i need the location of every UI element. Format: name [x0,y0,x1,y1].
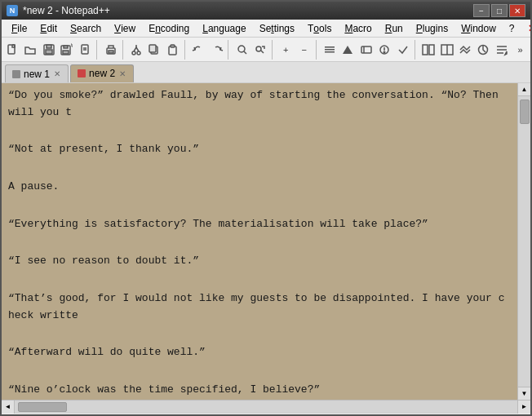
title-controls: − □ ✕ [473,4,525,17]
toolbar-open[interactable] [21,40,38,60]
toolbar-btn-extra9[interactable] [475,40,492,60]
toolbar-cut[interactable] [127,40,144,60]
toolbar-sep-7 [415,40,418,60]
toolbar-close[interactable] [77,40,94,60]
toolbar-btn-extra4[interactable] [376,40,393,60]
svg-rect-18 [171,45,175,47]
menu-help[interactable]: ? [503,20,521,38]
tab-label-new1: new 1 [24,69,50,80]
svg-rect-5 [64,46,68,48]
svg-rect-3 [46,50,52,54]
svg-point-13 [137,51,140,55]
menu-window[interactable]: Window [454,20,503,38]
scrollbar-horizontal[interactable]: ◄ ► [2,400,530,413]
title-text: *new 2 - Notepad++ [23,5,110,16]
svg-point-19 [238,46,245,52]
menu-view[interactable]: View [108,20,142,38]
toolbar-save-all[interactable] [58,40,75,60]
svg-rect-6 [63,51,69,54]
scroll-down-button[interactable]: ▼ [518,387,531,400]
toolbar-save[interactable] [40,40,57,60]
svg-rect-16 [149,45,156,52]
toolbar-undo[interactable] [189,40,206,60]
toolbar-zoom-in[interactable]: + [277,40,295,60]
scroll-right-button[interactable]: ► [517,401,530,414]
scroll-h-track[interactable] [15,401,517,414]
toolbar-btn-extra2[interactable] [339,40,357,60]
svg-rect-23 [325,46,335,48]
scroll-h-thumb[interactable] [18,402,67,412]
title-bar-left: N *new 2 - Notepad++ [7,5,110,16]
toolbar-btn-chevron[interactable]: » [512,40,529,60]
menu-search[interactable]: Search [64,20,108,38]
editor-container: “Do you smoke?” drawled Faull, by way of… [2,83,530,400]
tab-bar: new 1 ✕ new 2 ✕ [2,62,530,83]
menu-plugins[interactable]: Plugins [410,20,454,38]
menu-tools[interactable]: Tools [301,20,338,38]
toolbar-btn-extra8[interactable] [456,40,473,60]
menu-file[interactable]: File [5,20,33,38]
tab-close-new1[interactable]: ✕ [53,69,61,78]
tab-new2[interactable]: new 2 ✕ [70,64,134,82]
toolbar-replace[interactable] [251,40,268,60]
svg-point-21 [256,46,261,51]
toolbar-btn-extra6[interactable] [419,40,437,60]
toolbar-sep-5 [272,40,275,60]
toolbar-sep-1 [96,40,100,60]
scroll-left-button[interactable]: ◄ [2,401,15,414]
toolbar: + − » [2,38,530,62]
svg-point-31 [384,51,386,53]
close-button[interactable]: ✕ [509,4,525,17]
menu-encoding[interactable]: Encoding [142,20,196,38]
status-bar: length : 1,166 lines : 1,166 Ln : 7 Col … [2,413,530,416]
svg-line-22 [261,51,264,53]
svg-rect-2 [47,45,51,48]
menu-language[interactable]: Language [196,20,252,38]
toolbar-sep-4 [228,40,231,60]
toolbar-sep-6 [316,40,319,60]
menu-settings[interactable]: Settings [253,20,301,38]
toolbar-find[interactable] [233,40,250,60]
svg-rect-24 [325,49,335,51]
svg-rect-0 [8,45,15,54]
menu-bar: File Edit Search View Encoding Language … [2,20,530,38]
toolbar-zoom-out[interactable]: − [295,40,313,60]
toolbar-sep-3 [184,40,188,60]
menu-macro[interactable]: Macro [338,20,378,38]
toolbar-sep-2 [122,40,126,60]
menu-close-x[interactable]: ✕ [521,20,532,38]
svg-line-20 [244,51,246,54]
svg-rect-33 [429,45,434,55]
toolbar-btn-extra5[interactable] [394,40,411,60]
tab-label-new2: new 2 [89,68,115,79]
tab-icon-new2 [78,69,86,77]
toolbar-btn-extra10[interactable] [493,40,510,60]
toolbar-copy[interactable] [146,40,163,60]
toolbar-print[interactable] [102,40,119,60]
toolbar-btn-extra3[interactable] [357,40,375,60]
tab-new1[interactable]: new 1 ✕ [5,64,69,82]
title-bar: N *new 2 - Notepad++ − □ ✕ [2,2,530,20]
app-icon: N [7,5,18,16]
toolbar-redo[interactable] [208,40,225,60]
svg-marker-40 [505,51,507,55]
tab-close-new2[interactable]: ✕ [118,69,126,78]
minimize-button[interactable]: − [473,4,490,17]
svg-rect-25 [325,51,335,53]
toolbar-btn-extra1[interactable] [321,40,338,60]
toolbar-new[interactable] [3,40,20,60]
svg-rect-32 [423,45,428,55]
scrollbar-vertical[interactable]: ▲ ▼ [517,83,530,400]
maximize-button[interactable]: □ [491,4,508,17]
toolbar-paste[interactable] [164,40,181,60]
svg-point-12 [132,51,135,55]
scroll-thumb[interactable] [520,100,530,124]
svg-marker-26 [343,46,352,54]
menu-run[interactable]: Run [379,20,410,38]
tab-icon-new1 [12,70,20,78]
menu-edit[interactable]: Edit [33,20,64,38]
toolbar-btn-extra7[interactable] [438,40,455,60]
editor-content[interactable]: “Do you smoke?” drawled Faull, by way of… [2,83,517,400]
svg-rect-11 [109,51,113,53]
scroll-up-button[interactable]: ▲ [518,83,531,96]
